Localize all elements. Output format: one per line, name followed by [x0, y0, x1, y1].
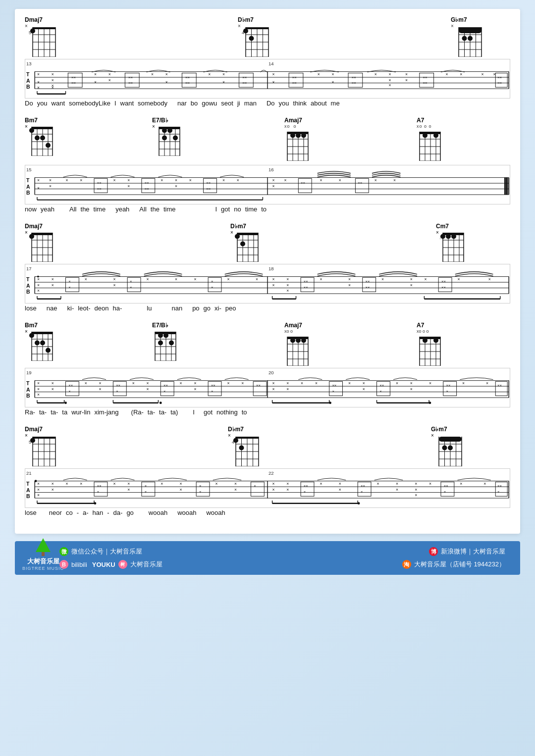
bilibili-youku-item: B bilibili YOUKU 树 大树音乐屋 [59, 560, 162, 569]
taobao-icon: 淘 [402, 560, 411, 569]
svg-point-456 [160, 402, 162, 404]
lyric-word: want [120, 100, 134, 107]
svg-text:×: × [374, 178, 377, 183]
lyric-word: (Ra- [131, 408, 144, 416]
svg-text:A: A [26, 283, 30, 289]
svg-text:××: ×× [497, 484, 502, 488]
svg-text:××: ×× [71, 75, 76, 80]
svg-text:×: × [215, 481, 218, 486]
svg-point-171 [433, 133, 438, 138]
svg-text:×: × [130, 285, 132, 290]
lyric-word: you [37, 100, 48, 107]
chord-name-dmaj7-3: Dmaj7 [25, 426, 43, 433]
lyric-word: nothing [216, 408, 238, 416]
lyric-word: somebody [138, 100, 167, 107]
svg-text:14: 14 [268, 61, 274, 66]
svg-text:×: × [37, 288, 40, 293]
svg-text:×: × [37, 80, 40, 85]
chord-name-bm7-2: Bm7 [25, 322, 38, 329]
svg-text:×: × [130, 279, 132, 284]
svg-text:×: × [94, 72, 97, 77]
svg-text:B: B [26, 84, 30, 90]
svg-text:×: × [227, 381, 230, 386]
svg-text:××: ×× [441, 279, 446, 284]
lyric-word: wooah [149, 509, 167, 516]
lyric-word: I [193, 408, 195, 416]
svg-text:13: 13 [26, 61, 32, 66]
svg-point-340 [40, 341, 45, 346]
svg-text:×: × [68, 285, 70, 290]
svg-text:×: × [52, 381, 54, 386]
chord-name-a7: A7 [417, 117, 424, 124]
svg-text:×: × [194, 387, 196, 392]
lyrics-row-5: lose neor co - a- han - da- go wooah woo… [25, 509, 510, 516]
svg-text:×: × [189, 178, 192, 183]
svg-point-460 [329, 402, 331, 404]
footer: 大树音乐屋 BIGTREE MUSIC 微 微信公众号｜大树音乐屋 博 新浪微博… [15, 541, 520, 575]
chord-bm7-2: Bm7 × [25, 322, 74, 361]
lyric-word: xi- [214, 304, 221, 312]
chord-row-2: Bm7 × [25, 117, 510, 163]
svg-text:B: B [26, 289, 30, 295]
chord-amaj7-2-diag [284, 334, 310, 366]
section-1: Dmaj7 × 5 [25, 16, 510, 107]
svg-point-380 [433, 338, 438, 343]
chord-gbm7: G♭m7 × [451, 16, 510, 57]
svg-text:××: ×× [206, 187, 211, 192]
svg-text:×: × [272, 178, 275, 183]
svg-text:×: × [132, 381, 135, 386]
chord-dmaj7-3-diag: 5 [29, 433, 57, 466]
svg-text:22: 22 [268, 470, 274, 476]
chord-name-amaj7: Amaj7 [284, 117, 302, 124]
svg-text:×: × [208, 72, 211, 77]
svg-text:×: × [66, 178, 68, 183]
svg-text:×: × [147, 387, 149, 392]
svg-text:×: × [108, 78, 111, 83]
svg-point-234 [29, 234, 34, 239]
chord-dbm7-2: D♭m7 × [230, 223, 290, 262]
svg-text:×: × [318, 72, 320, 77]
svg-rect-279 [66, 278, 79, 292]
svg-text:×: × [145, 484, 147, 488]
chord-a7-diag [417, 129, 442, 161]
chord-amaj7-diag [284, 129, 310, 161]
svg-text:×: × [339, 178, 341, 183]
svg-rect-291 [208, 278, 221, 292]
svg-text:×: × [272, 381, 275, 386]
svg-text:××: ×× [423, 81, 428, 86]
svg-text:×: × [199, 490, 201, 494]
lyric-word: peo [225, 304, 236, 312]
svg-text:××: ×× [352, 81, 356, 86]
svg-text:19: 19 [26, 370, 32, 375]
svg-text:A: A [26, 78, 30, 84]
svg-text:×: × [389, 72, 391, 77]
taobao-item: 淘 大树音乐屋（店铺号 1944232） [402, 560, 505, 569]
svg-text:×: × [127, 481, 130, 486]
svg-text:×: × [286, 277, 289, 282]
svg-point-20 [30, 29, 35, 34]
chord-bm7-2-diag [29, 329, 54, 361]
svg-text:×: × [286, 487, 289, 492]
svg-text:×: × [320, 481, 322, 486]
svg-text:×: × [175, 184, 177, 189]
svg-text:×: × [94, 80, 97, 85]
svg-text:×: × [286, 283, 289, 288]
svg-text:×: × [234, 487, 237, 492]
chord-dbm7: D♭m7 × 4 [238, 16, 297, 57]
svg-text:××: ×× [163, 383, 168, 388]
lyric-word: xim-jang [94, 408, 118, 416]
main-content: Dmaj7 × 5 [15, 9, 520, 534]
chord-row-1: Dmaj7 × 5 [25, 16, 510, 57]
svg-text:××: ×× [97, 484, 102, 488]
chord-dbm7-3-diag: 4 [232, 433, 261, 466]
svg-text:×: × [415, 487, 417, 492]
svg-text:×: × [381, 277, 384, 282]
weixin-label: 微信公众号｜大树音乐屋 [71, 547, 142, 556]
svg-text:×: × [284, 178, 287, 183]
svg-text:×: × [127, 184, 130, 189]
chord-row-3: Dmaj7 × [25, 223, 510, 262]
svg-text:×: × [410, 277, 413, 282]
svg-text:×: × [410, 387, 413, 392]
svg-text:×: × [272, 387, 275, 392]
svg-text:××: ×× [292, 75, 297, 80]
